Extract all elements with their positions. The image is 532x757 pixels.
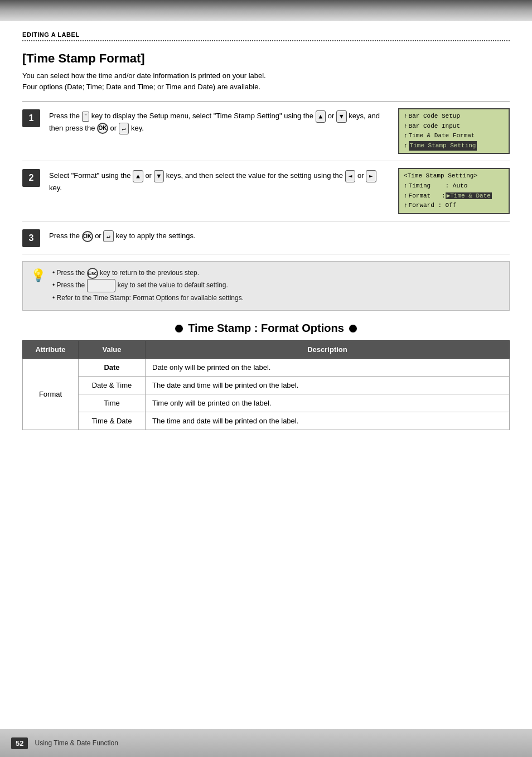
desc-time-date: The time and date will be printed on the… [146,412,510,430]
step-3-content: Press the OK or ↵ key to apply the setti… [49,228,510,243]
tip-3: • Refer to the Time Stamp: Format Option… [52,292,244,305]
tip-2: • Press the key to set the value to defa… [52,279,244,292]
format-options-table: Attribute Value Description Format Date … [22,340,510,430]
lcd-row-4: ↑Time Stamp Setting [404,141,504,151]
page-title: [Time Stamp Format] [22,51,510,66]
options-heading-text: Time Stamp : Format Options [188,322,344,334]
table-header-row: Attribute Value Description [23,340,510,358]
esc-key-tip: Esc [87,268,98,279]
options-heading: Time Stamp : Format Options [22,322,510,335]
arrow-down-key: ▼ [336,110,347,123]
format-attribute-cell: Format [23,358,79,430]
step-2-content: Select "Format" using the ▲ or ▼ keys, a… [49,168,389,194]
table-row-date-time: Date & Time The date and time will be pr… [23,376,510,394]
ok-key-icon-3: OK [82,231,93,242]
lcd-screen-2: <Time Stamp Setting> ↑Timing : Auto ↑For… [398,168,510,214]
lcd-row-1: ↑Bar Code Setup [404,112,504,122]
arrow-up-key: ▲ [316,110,326,123]
default-key-tip [87,279,116,292]
ok-key-icon: OK [97,123,108,134]
value-time: Time [79,394,146,412]
section-heading: EDITING A LABEL [22,31,510,38]
desc-time: Time only will be printed on the label. [146,394,510,412]
arrow-left-key: ◄ [345,170,356,182]
step-3-row: 3 Press the OK or ↵ key to apply the set… [22,221,510,254]
dotted-rule [22,40,510,41]
step-1-number: 1 [22,109,40,127]
footer-label: Using Time & Date Function [35,739,118,747]
lcd2-row-4: ↑Forward : Off [404,201,504,211]
step-1-content: Press the " key to display the Setup men… [49,108,389,134]
intro-line2: Four options (Date; Time; Date and Time;… [22,83,260,91]
table-row-time-date: Time & Date The time and date will be pr… [23,412,510,430]
col-header-attribute: Attribute [23,340,79,358]
table-row-time: Time Time only will be printed on the la… [23,394,510,412]
tip-1: • Press the Esc key to return to the pre… [52,267,244,279]
step-1-lcd: ↑Bar Code Setup ↑Bar Code Input ↑Time & … [398,108,510,154]
intro-line1: You can select how the time and/or date … [22,71,266,80]
col-header-description: Description [146,340,510,358]
footer-page-number: 52 [11,737,28,749]
bulb-icon: 💡 [31,268,46,283]
arrow-down-key-2: ▼ [154,170,165,182]
lcd-row-2: ↑Bar Code Input [404,122,504,132]
tips-box: 💡 • Press the Esc key to return to the p… [22,261,510,311]
step-2-number: 2 [22,169,40,187]
step-2-row: 2 Select "Format" using the ▲ or ▼ keys,… [22,161,510,221]
value-time-date: Time & Date [79,412,146,430]
header-bar [0,0,532,21]
enter-key-icon: ↵ [119,123,129,135]
enter-key-icon-3: ↵ [103,230,114,243]
lcd2-row-2: ↑Timing : Auto [404,181,504,191]
lcd-screen-1: ↑Bar Code Setup ↑Bar Code Input ↑Time & … [398,108,510,154]
step-1-row: 1 Press the " key to display the Setup m… [22,102,510,161]
arrow-right-key: ► [366,170,376,182]
arrow-up-key-2: ▲ [133,170,143,182]
footer-bar: 52 Using Time & Date Function [0,729,532,757]
tips-content: • Press the Esc key to return to the pre… [52,267,244,305]
steps-container: 1 Press the " key to display the Setup m… [22,101,510,254]
lcd-row-3: ↑Time & Date Format [404,131,504,141]
desc-date: Date only will be printed on the label. [146,358,510,376]
lcd2-row-1: <Time Stamp Setting> [404,171,504,181]
stamp-key-icon: " [82,112,90,122]
step-2-lcd: <Time Stamp Setting> ↑Timing : Auto ↑For… [398,168,510,214]
step-3-number: 3 [22,229,40,247]
intro-text: You can select how the time and/or date … [22,70,510,92]
table-row-date: Format Date Date only will be printed on… [23,358,510,376]
bullet-right [349,325,357,332]
content-area: EDITING A LABEL [Time Stamp Format] You … [0,21,532,464]
value-date-time: Date & Time [79,376,146,394]
value-date: Date [79,358,146,376]
col-header-value: Value [79,340,146,358]
bullet-left [175,325,183,332]
desc-date-time: The date and time will be printed on the… [146,376,510,394]
page-wrapper: EDITING A LABEL [Time Stamp Format] You … [0,0,532,757]
lcd2-row-3: ↑Format :▶Time & Date [404,191,504,201]
